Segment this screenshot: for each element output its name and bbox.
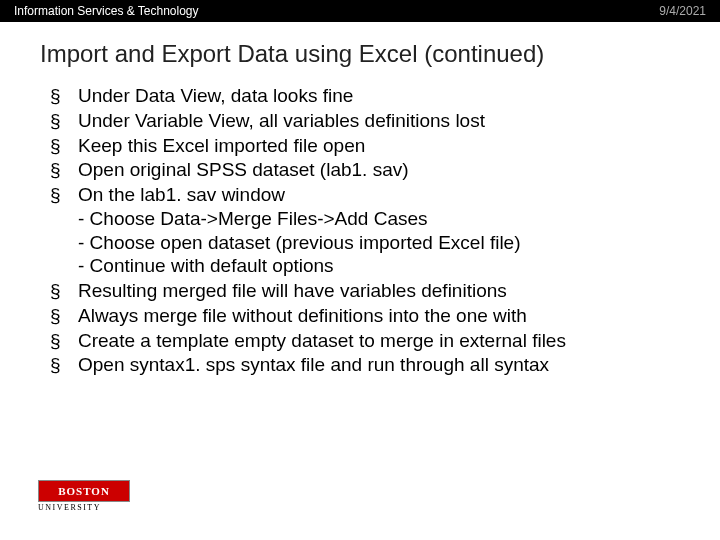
bullet-text: Keep this Excel imported file open bbox=[78, 135, 365, 156]
bullet-text: On the lab1. sav window bbox=[78, 184, 285, 205]
bullet-subtext: - Continue with default options bbox=[78, 254, 670, 278]
bullet-item: Open original SPSS dataset (lab1. sav) bbox=[50, 158, 670, 182]
bullet-text: Open syntax1. sps syntax file and run th… bbox=[78, 354, 549, 375]
bullet-subtext: - Choose Data->Merge Files->Add Cases bbox=[78, 207, 670, 231]
bullet-item: Create a template empty dataset to merge… bbox=[50, 329, 670, 353]
bullet-item: Under Variable View, all variables defin… bbox=[50, 109, 670, 133]
bullet-item: Resulting merged file will have variable… bbox=[50, 279, 670, 303]
header-org: Information Services & Technology bbox=[14, 4, 199, 18]
slide-title: Import and Export Data using Excel (cont… bbox=[0, 22, 720, 84]
logo-bottom-text: UNIVERSITY bbox=[38, 502, 130, 512]
bullet-item: Always merge file without definitions in… bbox=[50, 304, 670, 328]
bullet-item: Under Data View, data looks fine bbox=[50, 84, 670, 108]
header-date: 9/4/2021 bbox=[659, 4, 706, 18]
logo: BOSTON UNIVERSITY bbox=[38, 480, 130, 516]
bullet-text: Always merge file without definitions in… bbox=[78, 305, 527, 326]
bullet-list: Under Data View, data looks fineUnder Va… bbox=[50, 84, 670, 377]
bullet-text: Under Variable View, all variables defin… bbox=[78, 110, 485, 131]
logo-top-text: BOSTON bbox=[38, 480, 130, 502]
bullet-item: Open syntax1. sps syntax file and run th… bbox=[50, 353, 670, 377]
header-bar: Information Services & Technology 9/4/20… bbox=[0, 0, 720, 22]
bullet-text: Under Data View, data looks fine bbox=[78, 85, 353, 106]
bullet-subtext: - Choose open dataset (previous imported… bbox=[78, 231, 670, 255]
bullet-item: Keep this Excel imported file open bbox=[50, 134, 670, 158]
content-area: Under Data View, data looks fineUnder Va… bbox=[0, 84, 720, 377]
bullet-item: On the lab1. sav window- Choose Data->Me… bbox=[50, 183, 670, 278]
bullet-text: Resulting merged file will have variable… bbox=[78, 280, 507, 301]
bullet-text: Open original SPSS dataset (lab1. sav) bbox=[78, 159, 409, 180]
bullet-text: Create a template empty dataset to merge… bbox=[78, 330, 566, 351]
